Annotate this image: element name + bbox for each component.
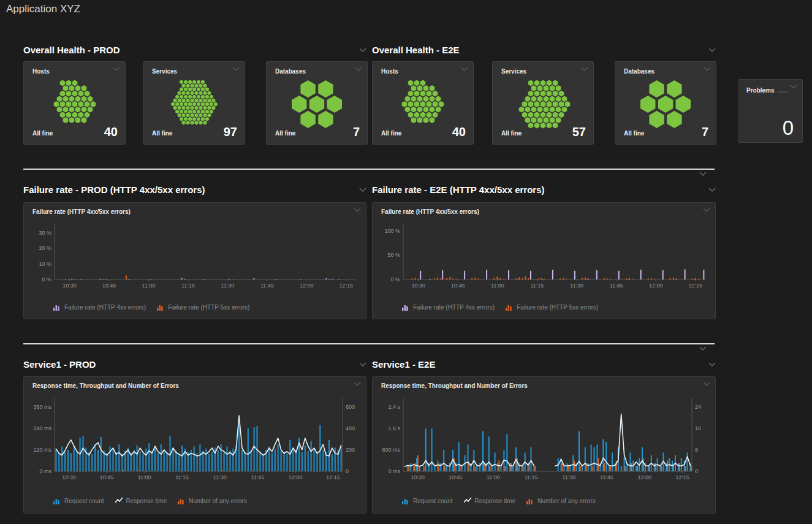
legend-label: Request count [64, 498, 104, 504]
status-text: All fine [501, 130, 522, 137]
chevron-down-icon[interactable] [354, 382, 361, 386]
section-title: Overall Health - E2E [372, 45, 460, 55]
health-tile-services-e2e[interactable]: Services All fine 57 [492, 61, 594, 145]
svg-text:24: 24 [695, 404, 701, 410]
section-title: Overall Health - PROD [23, 45, 120, 55]
chevron-down-icon[interactable] [355, 67, 362, 71]
honeycomb-chart [161, 75, 228, 133]
chart-legend: Failure rate (HTTP 4xx errors)Failure ra… [402, 303, 598, 311]
honeycomb-chart [632, 75, 699, 133]
chevron-down-icon[interactable] [704, 67, 711, 71]
failure-rate-prod-plot[interactable]: 0 %10 %20 %30 %10:3010:4511:0011:1511:30… [25, 220, 365, 290]
chevron-down-icon[interactable] [354, 208, 361, 212]
health-tile-databases-e2e[interactable]: Databases All fine 7 [615, 61, 716, 145]
svg-text:10:30: 10:30 [411, 474, 425, 480]
legend-item[interactable]: Response time [464, 497, 516, 504]
legend-item[interactable]: Failure rate (HTTP 5xx errors) [506, 303, 598, 311]
bar-series-icon [157, 303, 165, 311]
chart-legend: Request countResponse timeNumber of any … [53, 497, 247, 504]
chevron-down-icon[interactable] [359, 188, 366, 192]
section-title: Failure rate - PROD (HTTP 4xx/5xx errors… [23, 184, 205, 195]
chevron-down-icon[interactable] [113, 67, 120, 71]
legend-label: Failure rate (HTTP 4xx errors) [413, 304, 495, 311]
section-title: Service1 - PROD [23, 359, 96, 370]
legend-item[interactable]: Request count [402, 497, 453, 504]
legend-item[interactable]: Number of any errors [526, 497, 595, 504]
bar-series-icon [526, 497, 534, 504]
entity-count: 7 [353, 125, 360, 139]
chevron-down-icon[interactable] [581, 67, 588, 71]
legend-item[interactable]: Failure rate (HTTP 4xx errors) [53, 303, 146, 311]
status-text: All fine [152, 130, 172, 137]
service1-e2e-plot[interactable]: 0 ms800 ms1.6 s2.4 s08162410:3010:4511:0… [374, 394, 714, 482]
health-tile-hosts-prod[interactable]: Hosts All fine 40 [23, 61, 126, 145]
svg-text:200: 200 [346, 447, 355, 453]
svg-text:1.6 s: 1.6 s [388, 425, 400, 431]
svg-text:8: 8 [695, 447, 698, 453]
service1-prod-plot[interactable]: 0 ms120 ms240 ms360 ms020040060010:3010:… [25, 394, 365, 482]
section-header-failure-prod: Failure rate - PROD (HTTP 4xx/5xx errors… [23, 184, 366, 195]
chevron-down-icon[interactable] [703, 208, 710, 212]
svg-text:0: 0 [346, 468, 349, 474]
status-text: All fine [624, 130, 644, 137]
legend-item[interactable]: Number of any errors [178, 497, 246, 504]
section-divider [23, 343, 715, 344]
chevron-down-icon[interactable] [790, 85, 797, 89]
chevron-down-icon[interactable] [699, 346, 707, 351]
svg-text:11:00: 11:00 [491, 283, 504, 289]
svg-text:10:30: 10:30 [62, 474, 76, 480]
legend-item[interactable]: Response time [115, 497, 167, 504]
status-text: All fine [275, 130, 295, 137]
legend-label: Response time [475, 498, 516, 504]
chevron-down-icon[interactable] [461, 67, 468, 71]
legend-item[interactable]: Request count [53, 497, 104, 504]
svg-text:100 %: 100 % [384, 228, 400, 234]
svg-text:11:45: 11:45 [600, 474, 613, 480]
chevron-down-icon[interactable] [359, 48, 366, 52]
chevron-down-icon[interactable] [708, 362, 716, 366]
svg-text:0 ms: 0 ms [388, 468, 400, 474]
svg-text:11:00: 11:00 [138, 474, 151, 480]
tile-title: Hosts [32, 68, 50, 75]
chevron-down-icon[interactable] [699, 172, 707, 176]
bar-series-icon [506, 303, 514, 311]
health-tile-hosts-e2e[interactable]: Hosts All fine 40 [372, 61, 474, 145]
health-tile-databases-prod[interactable]: Databases All fine 7 [266, 61, 368, 145]
svg-text:30 %: 30 % [39, 230, 51, 236]
svg-text:0 %: 0 % [42, 276, 51, 283]
legend-item[interactable]: Failure rate (HTTP 5xx errors) [157, 303, 249, 311]
sparkline-placeholder [777, 91, 788, 93]
honeycomb-chart [41, 75, 108, 133]
svg-text:11:30: 11:30 [570, 283, 583, 289]
chevron-down-icon[interactable] [232, 67, 240, 71]
dashboard-title: Application XYZ [6, 3, 80, 15]
legend-label: Failure rate (HTTP 4xx errors) [64, 304, 146, 311]
chevron-down-icon[interactable] [703, 382, 710, 386]
chevron-down-icon[interactable] [708, 48, 716, 52]
svg-text:10:30: 10:30 [411, 283, 425, 289]
svg-text:0 %: 0 % [390, 276, 400, 283]
section-title: Service1 - E2E [372, 359, 435, 370]
failure-rate-e2e-plot[interactable]: 0 %50 %100 %10:3010:4511:0011:1511:3011:… [374, 220, 714, 290]
svg-text:120 ms: 120 ms [33, 447, 51, 453]
honeycomb-chart [389, 75, 457, 133]
section-divider [23, 169, 715, 170]
chevron-down-icon[interactable] [708, 188, 716, 192]
chevron-down-icon[interactable] [359, 362, 366, 366]
entity-count: 40 [104, 125, 118, 139]
problems-tile[interactable]: Problems 0 [738, 79, 803, 143]
section-header-health-e2e: Overall Health - E2E [372, 44, 716, 55]
legend-item[interactable]: Failure rate (HTTP 4xx errors) [402, 303, 495, 311]
legend-label: Number of any errors [189, 498, 246, 504]
tile-title: Services [152, 68, 177, 75]
health-tile-services-prod[interactable]: Services All fine 97 [143, 61, 245, 145]
svg-text:11:30: 11:30 [213, 474, 227, 480]
section-header-service1-e2e: Service1 - E2E [372, 359, 716, 370]
entity-count: 7 [702, 125, 708, 139]
svg-text:16: 16 [695, 425, 701, 431]
tile-title: Services [501, 68, 526, 75]
entity-count: 97 [224, 125, 237, 139]
line-series-icon [115, 497, 123, 504]
section-header-failure-e2e: Failure rate - E2E (HTTP 4xx/5xx errors) [372, 184, 716, 195]
svg-text:11:45: 11:45 [260, 283, 274, 289]
